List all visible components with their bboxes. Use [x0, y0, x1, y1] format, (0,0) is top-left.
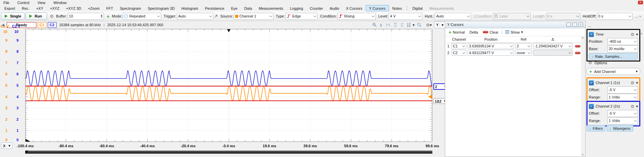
v-measure-icon[interactable]: [393, 23, 398, 27]
menu-window[interactable]: Window: [53, 1, 67, 5]
more-options-button[interactable]: …: [633, 14, 643, 18]
tab-xyz-3d[interactable]: +XYZ 3D: [63, 5, 84, 11]
channel1-offset-select[interactable]: -5 V: [607, 86, 638, 93]
channel1-checkbox[interactable]: ✓: [589, 80, 594, 85]
cursor2-ref[interactable]: none: [515, 50, 532, 56]
condition-select[interactable]: Rising: [337, 13, 376, 20]
zoom-in-icon[interactable]: [372, 23, 377, 27]
tab-xyz[interactable]: +XYZ: [47, 5, 63, 11]
tab-counter[interactable]: Counter: [307, 5, 326, 11]
tab-persistence[interactable]: Persistence: [202, 5, 227, 11]
acquisition-gear-icon[interactable]: ⚙: [50, 14, 54, 18]
mode-select[interactable]: Repeated: [123, 13, 161, 20]
tab-logging[interactable]: Logging: [287, 5, 307, 11]
gear-icon[interactable]: ⚙: [631, 32, 635, 37]
tab-spectrogram-3d[interactable]: Spectrogram 3D: [144, 5, 178, 11]
tab-rec[interactable]: Rec.: [19, 5, 33, 11]
wavegens-button[interactable]: ↓ Wavegens: [607, 125, 633, 131]
scroll-down-icon[interactable]: ▼: [581, 153, 584, 156]
menu-view[interactable]: View: [37, 1, 45, 5]
single-button[interactable]: Single: [1, 12, 25, 20]
buffer-position-bar[interactable]: [25, 151, 432, 154]
time-checkbox[interactable]: ✓: [589, 32, 594, 37]
tab-data[interactable]: Data: [241, 5, 255, 11]
show-menu-button[interactable]: Show ▾: [504, 30, 524, 34]
tab-fft[interactable]: FFT: [103, 5, 116, 11]
plot-settings-button[interactable]: ⚙▾: [424, 23, 432, 27]
tab-x-cursors[interactable]: X Cursors: [343, 5, 366, 11]
tab-y-cursors[interactable]: Y Cursors: [366, 5, 389, 11]
gear-icon[interactable]: ⚙: [631, 81, 635, 85]
channel2-range-select[interactable]: 1 V/div: [607, 117, 638, 124]
tab-export[interactable]: Export: [1, 5, 19, 11]
tab-audio[interactable]: Audio: [326, 5, 343, 11]
level-select[interactable]: 4 V: [389, 13, 422, 20]
channel2-checkbox[interactable]: ✓: [589, 104, 594, 109]
zoom-icon[interactable]: [417, 23, 422, 27]
tab-spectrogram[interactable]: Spectrogram: [116, 5, 144, 11]
gear-icon[interactable]: ⚙: [631, 104, 635, 109]
waveform-plot[interactable]: [25, 29, 432, 142]
cursor1-delta[interactable]: -1.2945343427 V: [533, 43, 573, 49]
cursor2-delta[interactable]: [533, 50, 573, 56]
hyst-select[interactable]: Auto: [435, 13, 471, 20]
float-icon[interactable]: [566, 23, 571, 27]
x-scale-button[interactable]: X ▾: [1, 143, 12, 149]
cursor1-position[interactable]: 3.636595134 V: [468, 43, 514, 49]
channels-1234-icon[interactable]: 1 23 4: [407, 23, 410, 27]
tab-notes[interactable]: Notes: [389, 5, 405, 11]
levels-icon[interactable]: [400, 23, 405, 27]
channel1-range-select[interactable]: 1 V/div: [607, 94, 638, 101]
run-button[interactable]: Run: [26, 12, 47, 20]
y-scale-button[interactable]: Y▾: [434, 22, 445, 28]
lcondition-select[interactable]: Less: [493, 13, 531, 20]
spinner-down-icon[interactable]: [101, 16, 103, 18]
tab-xy[interactable]: +XY: [33, 5, 46, 11]
channel2-badge[interactable]: C2: [48, 22, 57, 28]
mode-label: Mode:: [112, 14, 122, 18]
channel1-badge[interactable]: C1: [38, 22, 46, 28]
toolbar-caret-icon[interactable]: ▾: [413, 23, 415, 27]
cursor2-position[interactable]: 4.931129477 V: [468, 50, 514, 56]
scroll-up-icon[interactable]: ▲: [640, 32, 643, 35]
chevron-down-icon: [634, 47, 637, 50]
trigger-select[interactable]: Auto: [177, 13, 213, 20]
add-icon[interactable]: +: [107, 14, 110, 18]
menu-file[interactable]: File: [3, 1, 9, 5]
clear-cursors-button[interactable]: Clear: [481, 30, 500, 34]
options-button[interactable]: ⚙ Options: [588, 61, 607, 65]
pointer-icon[interactable]: [379, 23, 384, 27]
time-position-select[interactable]: -400 us: [607, 38, 638, 45]
tab-digital[interactable]: Digital: [409, 5, 426, 11]
channel2-offset-select[interactable]: -5 V: [607, 110, 638, 117]
add-delta-cursor-button[interactable]: Delta: [468, 30, 479, 34]
add-normal-cursor-button[interactable]: + Normal: [447, 30, 466, 34]
dock-icon[interactable]: [572, 23, 577, 27]
tab-measurements[interactable]: Measurements: [255, 5, 287, 11]
source-select[interactable]: Channel 1: [234, 13, 274, 20]
buffer-spinner[interactable]: 10: [68, 13, 104, 20]
tab-eye[interactable]: Eye: [228, 5, 241, 11]
divider: [502, 30, 502, 34]
h-measure-icon[interactable]: [386, 23, 391, 27]
collapse-arrow-icon[interactable]: →: [587, 24, 592, 29]
filters-button[interactable]: ↓ Filters: [586, 125, 605, 131]
cursor1-ref[interactable]: 2: [515, 43, 532, 49]
tab-measurements-disabled[interactable]: Measurements: [426, 5, 457, 11]
time-base-select[interactable]: 20 ms/div: [607, 45, 638, 52]
length-select[interactable]: 0 s: [546, 13, 580, 20]
spinner-up-icon[interactable]: [101, 14, 103, 16]
tab-histogram[interactable]: Histogram: [178, 5, 202, 11]
tab-zoom[interactable]: +Zoom: [84, 5, 103, 11]
add-channel-button[interactable]: + Add Channel ▾: [586, 68, 640, 75]
panel-scrollbar[interactable]: ▲ ▼: [581, 36, 585, 156]
close-icon[interactable]: ×: [638, 1, 643, 4]
scroll-up-icon[interactable]: ▲: [581, 36, 584, 39]
cursor2-channel[interactable]: C2: [452, 50, 466, 56]
holdoff-select[interactable]: 0 s: [597, 13, 633, 20]
rate-samples-button[interactable]: ↓ Rate, Samples...: [589, 53, 638, 60]
type-select[interactable]: Edge: [285, 13, 318, 20]
panel-close-icon[interactable]: ×: [578, 23, 583, 27]
cursor1-channel[interactable]: C1: [452, 43, 466, 49]
menu-control[interactable]: Control: [17, 1, 29, 5]
